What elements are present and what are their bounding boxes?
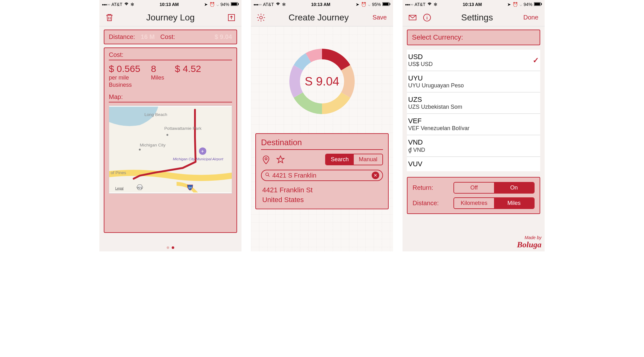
distance-label: Distance: <box>413 200 453 207</box>
currency-row[interactable]: UZS UZS Uzbekistan Som <box>407 92 540 114</box>
svg-point-11 <box>139 149 141 151</box>
svg-text:of Pines: of Pines <box>111 170 126 175</box>
preferences-box: Return: Off On Distance: Kilometres Mile… <box>407 177 540 214</box>
svg-point-21 <box>265 158 267 160</box>
signal-icon: ●●●○○ <box>405 3 413 6</box>
currency-code: VEF <box>408 117 539 125</box>
cost-donut: S 9.04 <box>255 30 389 133</box>
miles-value: 8 <box>151 63 164 74</box>
result-line1: 4421 Franklin St <box>262 185 383 195</box>
page-dot[interactable] <box>167 246 169 249</box>
currency-desc: VEF Venezuelan Bolívar <box>408 125 539 132</box>
distance-toggle: Kilometres Miles <box>453 197 535 209</box>
manual-tab[interactable]: Manual <box>354 154 382 165</box>
clear-icon[interactable]: ✕ <box>372 172 379 179</box>
return-on[interactable]: On <box>494 183 534 193</box>
detail-box: Cost: $ 0.565 per mile Business 8 Miles … <box>104 47 237 233</box>
svg-point-20 <box>260 16 263 19</box>
page-title: Settings <box>433 13 521 23</box>
battery-pct: 94% <box>220 2 229 7</box>
search-icon <box>265 172 270 179</box>
search-value: 4421 S Franklin <box>272 172 370 179</box>
page-indicator <box>99 246 242 249</box>
carrier-label: AT&T <box>263 2 274 7</box>
currency-row[interactable]: VEF VEF Venezuelan Bolívar <box>407 114 540 135</box>
location-icon: ➤ <box>204 2 208 7</box>
done-button[interactable]: Done <box>521 14 540 21</box>
search-tab[interactable]: Search <box>326 154 354 165</box>
cost-label: Cost: <box>160 33 175 41</box>
wifi-icon <box>124 2 129 7</box>
rate-value: $ 0.565 <box>109 63 140 74</box>
activity-icon: ✻ <box>282 2 286 7</box>
return-toggle: Off On <box>453 182 535 194</box>
alarm-icon: ⏰ <box>361 2 366 7</box>
svg-text:94: 94 <box>188 186 192 189</box>
bluetooth-icon: ⌵ <box>216 2 219 7</box>
battery-icon <box>534 2 542 7</box>
destination-title: Destination <box>261 138 383 150</box>
activity-icon: ✻ <box>434 2 437 7</box>
svg-rect-1 <box>231 3 237 6</box>
return-label: Return: <box>413 184 453 191</box>
alarm-icon: ⏰ <box>513 2 518 7</box>
rate-col: $ 0.565 per mile Business <box>109 63 140 89</box>
result-line2: United States <box>262 195 383 205</box>
mail-icon[interactable] <box>407 12 418 23</box>
currency-code: VND <box>408 138 539 146</box>
page-dot-active[interactable] <box>172 246 174 249</box>
info-icon[interactable] <box>421 12 433 23</box>
currency-row[interactable]: VUV <box>407 157 540 171</box>
save-button[interactable]: Save <box>370 14 389 21</box>
wifi-icon <box>275 2 280 7</box>
content: S 9.04 Destination Search Manual <box>251 26 393 251</box>
cost-value: $ 9.04 <box>214 33 232 41</box>
miles-col: 8 Miles <box>151 63 164 89</box>
screen-journey-log: ●●●○○ AT&T ✻ 10:13 AM ➤ ⏰ ⌵ 94% Journey … <box>99 0 242 251</box>
svg-rect-2 <box>238 3 239 5</box>
cost-section-label: Cost: <box>109 51 232 60</box>
svg-text:Long Beach: Long Beach <box>144 112 167 117</box>
check-icon: ✓ <box>533 56 539 65</box>
total-value: $ 4.52 <box>175 63 201 74</box>
battery-icon <box>231 2 239 7</box>
currency-code: USD <box>408 53 533 61</box>
trash-icon[interactable] <box>104 12 115 23</box>
nav-bar: Settings Done <box>402 9 545 26</box>
star-icon[interactable] <box>275 155 286 165</box>
battery-pct: 95% <box>372 2 381 7</box>
screen-create-journey: ●●●○○ AT&T ✻ 10:13 AM ➤ ⏰ ⌵ 95% Create J… <box>251 0 393 251</box>
pin-icon[interactable] <box>261 155 271 165</box>
svg-rect-19 <box>390 3 390 5</box>
gear-icon[interactable] <box>255 12 267 23</box>
status-bar: ●●●○○ AT&T ✻ 10:13 AM ➤ ⏰ ⌵ 94% <box>99 0 242 9</box>
search-input[interactable]: 4421 S Franklin ✕ <box>261 170 383 181</box>
svg-rect-18 <box>383 3 389 6</box>
carrier-label: AT&T <box>414 2 425 7</box>
distance-value: 16 M <box>141 33 154 41</box>
activity-icon: ✻ <box>130 2 134 7</box>
distance-mi[interactable]: Miles <box>494 198 534 208</box>
bluetooth-icon: ⌵ <box>368 2 370 7</box>
signal-icon: ●●●○○ <box>102 3 110 6</box>
currency-row[interactable]: VND ₫ VND <box>407 135 540 157</box>
rate-unit: per mile <box>109 74 140 81</box>
upload-icon[interactable] <box>226 12 237 23</box>
screen-settings: ●●●○○ AT&T ✻ 10:13 AM ➤ ⏰ ⌵ 94% Settings… <box>402 0 545 251</box>
distance-km[interactable]: Kilometres <box>454 198 494 208</box>
search-result[interactable]: 4421 Franklin St United States <box>261 185 383 205</box>
status-time: 10:13 AM <box>159 2 179 7</box>
currency-row-usd[interactable]: USD US$ USD ✓ <box>407 50 540 71</box>
svg-text:421: 421 <box>137 186 142 189</box>
map[interactable]: ✈ Long Beach Pottawattamie Park Michigan… <box>109 106 232 194</box>
map-section-label: Map: <box>109 93 232 102</box>
currency-code: UYU <box>408 74 539 82</box>
page-title: Create Journey <box>267 13 370 23</box>
svg-text:Legal: Legal <box>115 186 124 190</box>
currency-row[interactable]: UYU UYU Uruguayan Peso <box>407 71 540 92</box>
return-off[interactable]: Off <box>454 183 494 193</box>
currency-list[interactable]: USD US$ USD ✓ UYU UYU Uruguayan Peso UZS… <box>407 50 540 171</box>
svg-text:Pottawattamie Park: Pottawattamie Park <box>164 126 202 130</box>
svg-point-22 <box>266 173 269 176</box>
status-time: 10:13 AM <box>463 2 482 7</box>
